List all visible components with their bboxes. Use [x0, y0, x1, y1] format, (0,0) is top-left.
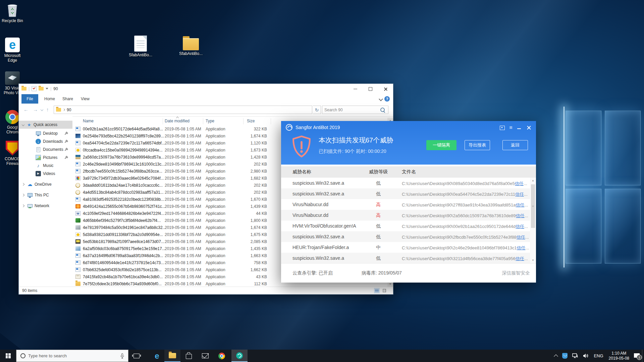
details-view-button[interactable] — [374, 288, 380, 293]
sidebar-item-pictures[interactable]: Pictures — [19, 154, 72, 162]
desktop-icon-recycle-bin[interactable]: Recycle Bin — [2, 2, 23, 23]
close-button[interactable] — [526, 125, 532, 130]
antibot-titlebar[interactable]: Sangfor AntiBot 2019 — [286, 124, 340, 131]
taskbar-chrome[interactable] — [214, 350, 230, 362]
trust-link[interactable]: 信任 — [516, 202, 524, 207]
column-header-type[interactable]: Type — [206, 119, 214, 123]
customize-toolbar-icon[interactable] — [46, 88, 48, 89]
sidebar-item-documents[interactable]: Documents — [19, 145, 72, 154]
export-report-button[interactable]: 导出报表 — [465, 140, 490, 150]
explorer-titlebar[interactable]: | | 90 — [19, 84, 393, 94]
taskbar-search[interactable] — [16, 350, 128, 362]
quarantine-button[interactable]: 一键隔离 — [426, 140, 457, 150]
sidebar-item-quick-access[interactable]: ★ Quick access — [19, 121, 72, 129]
tab-home[interactable]: Home — [41, 94, 58, 104]
up-icon[interactable]: ↑ — [46, 107, 49, 112]
tab-file[interactable]: File — [21, 94, 38, 104]
sidebar-item-this-pc[interactable]: This PC — [19, 191, 72, 199]
taskbar-sangfor-antibot[interactable] — [231, 350, 248, 362]
language-indicator[interactable]: ENG — [591, 353, 606, 358]
feedback-icon[interactable] — [499, 125, 505, 130]
explorer-ribbon-tabs: File Home Share View ? — [19, 94, 393, 104]
threat-table-scrollbar[interactable]: ▲ ≡ ▼ — [530, 178, 536, 263]
trust-link[interactable]: 信任 — [516, 213, 525, 218]
sidebar-item-videos[interactable]: ▶ Videos — [19, 170, 72, 178]
taskbar-mail[interactable] — [197, 350, 213, 362]
documents-icon — [36, 147, 41, 152]
sidebar-item-music[interactable]: ♪ Music — [19, 162, 72, 170]
trust-link[interactable]: 信任 — [516, 224, 524, 229]
action-center-button[interactable]: 1 — [634, 353, 641, 359]
trust-link[interactable]: 信任 — [515, 192, 524, 197]
clock[interactable]: 1:10 AM 2019-05-08 — [606, 351, 632, 361]
file-type: Application — [206, 211, 225, 216]
file-icon — [75, 155, 80, 159]
new-folder-icon[interactable] — [39, 87, 44, 90]
tray-network[interactable] — [570, 350, 581, 362]
help-icon[interactable]: ? — [384, 96, 390, 102]
tray-expand-button[interactable] — [552, 350, 560, 362]
sidebar-item-downloads[interactable]: ↓ Downloads — [19, 137, 72, 145]
taskbar-search-input[interactable] — [25, 353, 120, 358]
trust-link[interactable]: 信任 — [517, 235, 525, 240]
desktop-icon-sfab-antibot-file[interactable]: SfabAntiBo... — [124, 36, 157, 57]
desktop-icon-sfab-antibot-folder[interactable]: SfabAntiBo... — [174, 36, 208, 56]
scroll-up-icon[interactable]: ▲ — [530, 178, 536, 183]
threat-table-header: 威胁名称 威胁等级 文件名 — [281, 166, 536, 178]
threat-level: 低 — [362, 191, 395, 197]
scrollbar-thumb[interactable]: ≡ — [531, 184, 535, 228]
minimize-button[interactable] — [516, 125, 522, 130]
trust-link[interactable]: 信任 — [516, 256, 524, 261]
explorer-search[interactable] — [322, 106, 388, 114]
minimize-button[interactable] — [348, 84, 363, 94]
address-bar[interactable]: 90 — [54, 106, 312, 114]
recent-locations-icon[interactable] — [41, 108, 43, 111]
column-header-name[interactable]: Name — [83, 119, 94, 123]
file-type: Application — [206, 253, 225, 258]
desktop-icon-microsoft-edge[interactable]: e MicrosoftEdge — [2, 38, 23, 63]
taskbar-edge[interactable]: e — [149, 350, 165, 362]
file-type: Application — [206, 176, 225, 181]
tab-share[interactable]: Share — [59, 94, 76, 104]
sidebar-item-network[interactable]: Network — [19, 202, 72, 210]
breadcrumb[interactable]: 90 — [67, 108, 71, 112]
task-view-button[interactable] — [128, 350, 145, 362]
thumbnails-view-button[interactable] — [381, 288, 387, 293]
shield-icon — [562, 353, 568, 359]
trust-link[interactable]: 信任 — [515, 181, 524, 186]
start-button[interactable] — [0, 350, 16, 362]
column-header-size[interactable]: Size — [247, 119, 255, 123]
threat-name: HVM:VirTool/Obfuscator.gen!A — [292, 223, 356, 229]
properties-icon[interactable] — [32, 86, 37, 91]
videos-icon: ▶ — [36, 171, 41, 176]
file-type: Application — [206, 190, 225, 195]
sidebar-item-desktop[interactable]: Desktop — [19, 129, 72, 137]
tray-sangfor-shield[interactable] — [560, 350, 570, 362]
sidebar-item-onedrive[interactable]: ☁ OneDrive — [19, 180, 72, 188]
maximize-button[interactable] — [363, 84, 378, 94]
tab-view[interactable]: View — [77, 94, 93, 104]
cloud-engine-status: 云查杀引擎: 已开启 — [292, 270, 333, 276]
menu-icon[interactable]: ≡ — [508, 125, 514, 130]
search-icon[interactable] — [380, 108, 385, 112]
microphone-icon[interactable] — [120, 353, 124, 359]
file-size: 1,435 KB — [233, 246, 267, 251]
taskbar-file-explorer[interactable] — [164, 350, 180, 362]
close-button[interactable] — [378, 84, 393, 94]
expand-ribbon-icon[interactable] — [379, 97, 383, 101]
column-header-date-modified[interactable]: Date modified — [165, 119, 190, 123]
scroll-down-icon[interactable]: ▼ — [530, 258, 536, 263]
taskbar-store[interactable] — [181, 350, 197, 362]
refresh-icon[interactable]: ↻ — [313, 106, 321, 114]
show-desktop-button[interactable] — [642, 350, 644, 362]
file-icon — [75, 246, 80, 251]
forward-icon[interactable]: → — [33, 107, 38, 112]
trust-link[interactable]: 信任 — [517, 245, 526, 250]
return-button[interactable]: 返回 — [502, 140, 528, 150]
file-icon — [75, 141, 80, 145]
search-input[interactable] — [322, 108, 380, 112]
tray-volume[interactable] — [581, 350, 591, 362]
threat-name: suspicious.Win32.save.a — [292, 234, 344, 239]
pictures-icon — [36, 155, 41, 160]
back-icon[interactable]: ← — [23, 107, 29, 112]
